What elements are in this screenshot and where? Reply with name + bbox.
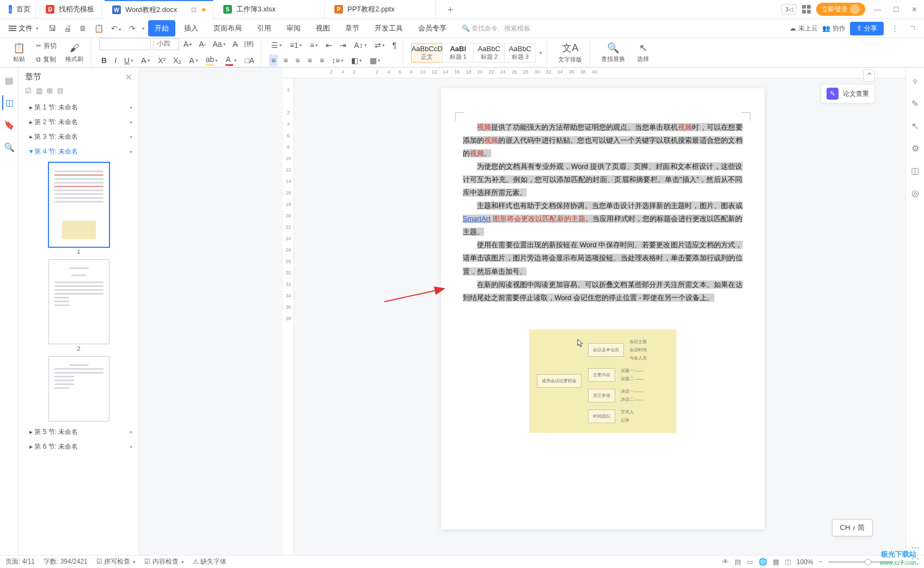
text-layout-button[interactable]: 文A文字排版 xyxy=(555,41,585,64)
qat-redo-icon[interactable]: ↷ xyxy=(127,22,138,34)
qat-preview-icon[interactable]: 🗎 xyxy=(77,22,89,34)
rail-sections-icon[interactable]: ◫ xyxy=(2,95,16,110)
nav-tool-expand-icon[interactable]: ▥ xyxy=(36,87,42,95)
nav-item-3[interactable]: ▸ 第 3 节: 未命名▾ xyxy=(19,130,139,144)
nav-tool-checkbox-icon[interactable]: ☑ xyxy=(25,87,32,95)
share-button[interactable]: ⇪ 分享 xyxy=(850,22,884,35)
close-window-button[interactable]: ✕ xyxy=(908,3,921,16)
style-item-h1[interactable]: AaBl标题 1 xyxy=(442,43,474,63)
bold-icon[interactable]: B xyxy=(99,54,109,66)
italic-icon[interactable]: I xyxy=(112,54,119,66)
rr-layers-icon[interactable]: ◫ xyxy=(909,163,921,178)
qat-print-icon[interactable]: 🖨 xyxy=(62,22,74,34)
nav-item-6[interactable]: ▸ 第 6 节: 未命名▾ xyxy=(19,439,139,454)
horizontal-ruler[interactable]: 242246810121416182022242628303234363840 xyxy=(283,68,905,78)
zoom-in-icon[interactable]: ＋ xyxy=(899,557,906,567)
nav-item-2[interactable]: ▸ 第 2 节: 未命名▾ xyxy=(19,115,139,130)
rail-bookmark-icon[interactable]: 🔖 xyxy=(2,118,17,132)
zoom-slider[interactable] xyxy=(828,561,894,563)
rail-search-icon[interactable]: 🔍 xyxy=(2,140,17,155)
fold-panel-icon[interactable]: ⌃ xyxy=(863,70,875,82)
rr-assistant-icon[interactable]: ✧ xyxy=(909,74,921,89)
format-painter-button[interactable]: 🖌格式刷 xyxy=(62,42,87,63)
ribbon-tab-reference[interactable]: 引用 xyxy=(250,20,278,36)
ribbon-tab-dev[interactable]: 开发工具 xyxy=(368,20,409,36)
ime-indicator[interactable]: CH ♪ 简 xyxy=(832,519,873,536)
rail-outline-icon[interactable]: ▤ xyxy=(3,73,15,88)
tab-template[interactable]: D 找稻壳模板 xyxy=(38,0,102,19)
document-text[interactable]: 视频提供了功能强大的方法帮助您证明您的观点。当您单击联机视频时，可以在想要添加的… xyxy=(463,121,743,304)
minimize-button[interactable]: — xyxy=(871,3,884,16)
ribbon-tab-insert[interactable]: 插入 xyxy=(178,20,205,36)
char-border-icon[interactable]: □A xyxy=(242,54,256,66)
rr-more-icon[interactable]: ⋯ xyxy=(909,540,922,555)
text-effect-icon[interactable]: A▾ xyxy=(187,54,200,66)
multilevel-icon[interactable]: ≡▾ xyxy=(308,39,320,51)
line-spacing-icon[interactable]: ↕≡▾ xyxy=(329,54,346,66)
clear-format-icon[interactable]: A̶ xyxy=(230,38,240,50)
status-contentcheck[interactable]: ☑ 内容检查 ▾ xyxy=(144,557,184,566)
outdent-icon[interactable]: ⇤ xyxy=(323,39,334,51)
view-outline-icon[interactable]: ▦ xyxy=(773,558,779,566)
maximize-button[interactable]: ☐ xyxy=(890,3,903,16)
find-replace-button[interactable]: 🔍查找替换 xyxy=(598,42,628,63)
status-spellcheck[interactable]: ☑ 拼写检查 ▾ xyxy=(96,557,136,566)
indicator-badge[interactable]: 3◁ xyxy=(781,4,797,15)
page-thumb-1[interactable] xyxy=(48,162,109,247)
view-eye-icon[interactable]: 👁 xyxy=(722,558,729,566)
document-page[interactable]: 视频提供了功能强大的方法帮助您证明您的观点。当您单击联机视频时，可以在想要添加的… xyxy=(441,88,764,529)
font-size-input[interactable] xyxy=(153,38,179,50)
nav-tool-remove-icon[interactable]: ⊟ xyxy=(57,87,63,95)
status-missing-font[interactable]: ⚠ 缺失字体 xyxy=(193,557,227,566)
embedded-diagram[interactable]: 通用会议纪要模板 会议基本信息 会议主题会议时间与会人员 主要内容 议题一 ——… xyxy=(529,329,676,433)
shrink-font-icon[interactable]: A- xyxy=(197,38,208,50)
command-search[interactable]: 🔍 查找命令、搜索模板 xyxy=(456,22,536,35)
qat-save-icon[interactable]: 🖫 xyxy=(46,22,58,34)
new-tab-button[interactable]: ＋ xyxy=(438,3,463,16)
ribbon-tab-member[interactable]: 会员专享 xyxy=(412,20,453,36)
page-thumb-2[interactable] xyxy=(48,259,109,344)
page-scroll[interactable]: 视频提供了功能强大的方法帮助您证明您的观点。当您单击联机视频时，可以在想要添加的… xyxy=(299,78,905,555)
qat-undo-icon[interactable]: ↶▾ xyxy=(109,22,124,34)
font-color-icon[interactable]: A▾ xyxy=(223,53,239,68)
zoom-out-icon[interactable]: − xyxy=(818,558,823,566)
apps-grid-icon[interactable] xyxy=(802,5,811,14)
indent-icon[interactable]: ⇥ xyxy=(338,39,348,51)
change-case-icon[interactable]: Aa▾ xyxy=(210,38,228,50)
style-gallery[interactable]: AaBbCcD正文 AaBl标题 1 AaBbC标题 2 AaBbC标题 3 xyxy=(411,43,535,63)
align-right-icon[interactable]: ≡ xyxy=(293,54,302,66)
fullscreen-icon[interactable]: ⛶ xyxy=(911,558,919,566)
collaborate-button[interactable]: 👥 协作 xyxy=(822,24,846,33)
ribbon-tab-start[interactable]: 开始 xyxy=(148,20,175,36)
style-item-h3[interactable]: AaBbC标题 3 xyxy=(504,43,536,63)
status-page[interactable]: 页面: 4/11 xyxy=(5,557,35,566)
subscript-icon[interactable]: X₂ xyxy=(171,54,183,66)
ribbon-tab-section[interactable]: 章节 xyxy=(339,20,366,36)
select-button[interactable]: ↖选择 xyxy=(632,42,654,63)
paper-check-card[interactable]: ✎ 论文查重 xyxy=(821,84,875,103)
borders-icon[interactable]: ▦▾ xyxy=(368,54,383,66)
vertical-ruler[interactable]: 22468101214161820222426283032343638 xyxy=(283,78,294,555)
nav-item-1[interactable]: ▸ 第 1 节: 未命名▾ xyxy=(19,100,139,115)
show-marks-icon[interactable]: ¶ xyxy=(390,39,399,51)
nav-item-4[interactable]: ▾ 第 4 节: 未命名▾ xyxy=(19,144,139,159)
align-center-icon[interactable]: ≡ xyxy=(281,54,290,66)
copy-button[interactable]: ⧉ 复制 xyxy=(34,54,59,65)
rr-settings-icon[interactable]: ⚙ xyxy=(909,141,921,156)
rr-location-icon[interactable]: ◎ xyxy=(909,186,921,200)
view-split-icon[interactable]: ◫ xyxy=(785,558,791,566)
tab-home[interactable]: ⌂ 首页 xyxy=(3,0,36,19)
tab-active-doc[interactable]: W Word教程2.docx ⊡ xyxy=(105,0,213,19)
cloud-status[interactable]: ☁ 未上云 xyxy=(790,24,818,33)
numbering-icon[interactable]: ≡1▾ xyxy=(287,39,304,51)
cut-button[interactable]: ✂ 剪切 xyxy=(34,40,59,52)
align-justify-icon[interactable]: ≡ xyxy=(305,54,314,66)
menu-overflow-icon[interactable]: ⋮ xyxy=(888,25,902,33)
ribbon-tab-layout[interactable]: 页面布局 xyxy=(207,20,248,36)
nav-close-icon[interactable]: ✕ xyxy=(125,72,132,82)
underline-icon[interactable]: U▾ xyxy=(122,54,136,66)
style-item-body[interactable]: AaBbCcD正文 xyxy=(411,43,443,63)
qat-clipboard-icon[interactable]: 📋 xyxy=(92,22,106,34)
collapse-ribbon-icon[interactable]: ㄱ xyxy=(906,23,920,33)
superscript-icon[interactable]: X² xyxy=(156,54,168,66)
